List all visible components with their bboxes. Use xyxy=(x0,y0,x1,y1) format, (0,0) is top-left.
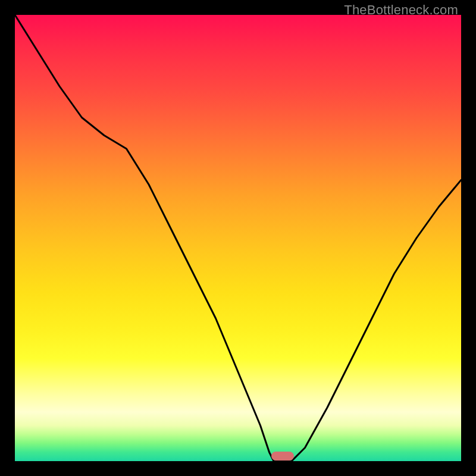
optimal-marker xyxy=(271,452,294,461)
bottleneck-curve xyxy=(15,15,461,461)
chart-frame: TheBottleneck.com xyxy=(0,0,476,476)
curve-path xyxy=(15,15,461,461)
plot-area xyxy=(15,15,461,461)
